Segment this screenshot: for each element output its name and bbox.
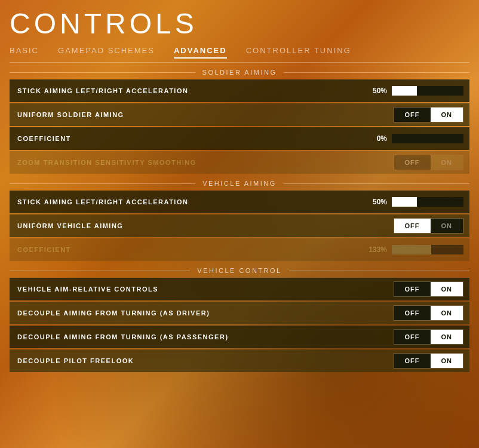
decouple-driver-label: DECOUPLE AIMING FROM TURNING (AS DRIVER): [17, 309, 394, 317]
coefficient-vehicle-value: 133%: [364, 246, 387, 254]
toggle-off-decouple-pilot[interactable]: OFF: [394, 354, 431, 368]
row-decouple-pilot: DECOUPLE PILOT FREELOOK OFF ON: [10, 349, 469, 372]
uniform-vehicle-aiming-label: UNIFORM VEHICLE AIMING: [17, 222, 394, 229]
toggle-on-uniform-vehicle[interactable]: ON: [431, 219, 463, 233]
stick-aiming-lr-soldier-label: STICK AIMING LEFT/RIGHT ACCELERATION: [17, 87, 364, 94]
toggle-on-decouple-passenger[interactable]: ON: [431, 330, 463, 344]
row-vehicle-aim-relative: VEHICLE AIM-RELATIVE CONTROLS OFF ON: [10, 278, 469, 300]
stick-aiming-lr-vehicle-label: STICK AIMING LEFT/RIGHT ACCELERATION: [17, 198, 364, 205]
vehicle-aiming-label: VEHICLE AIMING: [202, 180, 277, 187]
row-coefficient-soldier: COEFFICIENT 0%: [10, 127, 469, 150]
vehicle-aim-relative-label: VEHICLE AIM-RELATIVE CONTROLS: [17, 286, 394, 293]
toggle-on-zoom[interactable]: ON: [431, 155, 463, 170]
page-title: CONTROLS: [10, 7, 469, 40]
soldier-aiming-section-header: SOLDIER AIMING: [10, 69, 469, 76]
tab-basic[interactable]: BASIC: [10, 46, 39, 59]
toggle-off-uniform-vehicle[interactable]: OFF: [394, 219, 431, 233]
toggle-on-decouple-driver[interactable]: ON: [431, 306, 463, 320]
slider-fill-coeff-v: [392, 245, 431, 254]
section-line-right: [284, 72, 469, 73]
section-line-left-vc: [10, 271, 190, 271]
slider-fill-va: [392, 197, 417, 207]
slider-track-va[interactable]: [392, 197, 463, 207]
row-uniform-vehicle-aiming: UNIFORM VEHICLE AIMING OFF ON: [10, 214, 469, 237]
decouple-pilot-label: DECOUPLE PILOT FREELOOK: [17, 357, 394, 364]
slider-fill: [392, 86, 417, 96]
row-coefficient-vehicle: COEFFICIENT 133%: [10, 238, 469, 261]
row-stick-aiming-lr-vehicle: STICK AIMING LEFT/RIGHT ACCELERATION 50%: [10, 191, 469, 213]
slider-track-coeff[interactable]: [392, 134, 463, 143]
coefficient-vehicle-label: COEFFICIENT: [17, 246, 364, 253]
vehicle-aiming-section-header: VEHICLE AIMING: [10, 180, 469, 187]
row-decouple-driver: DECOUPLE AIMING FROM TURNING (AS DRIVER)…: [10, 302, 469, 324]
stick-aiming-lr-soldier-value: 50%: [364, 87, 387, 95]
decouple-passenger-toggle[interactable]: OFF ON: [394, 329, 464, 345]
toggle-off-decouple-passenger[interactable]: OFF: [394, 330, 431, 344]
toggle-on-uniform-soldier[interactable]: ON: [431, 108, 463, 122]
decouple-passenger-label: DECOUPLE AIMING FROM TURNING (AS PASSENG…: [17, 333, 394, 340]
stick-aiming-lr-soldier-slider[interactable]: 50%: [364, 86, 463, 96]
vehicle-control-section-header: VEHICLE CONTROL: [10, 267, 469, 274]
coefficient-soldier-label: COEFFICIENT: [17, 135, 364, 142]
toggle-on-aim-relative[interactable]: ON: [431, 282, 463, 296]
section-line-left-va: [10, 183, 195, 184]
soldier-aiming-label: SOLDIER AIMING: [202, 69, 277, 76]
toggle-off-zoom[interactable]: OFF: [394, 155, 431, 170]
tab-controller-tuning[interactable]: CONTROLLER TUNING: [246, 46, 351, 59]
slider-track-coeff-v[interactable]: [392, 245, 463, 254]
row-uniform-soldier-aiming: UNIFORM SOLDIER AIMING OFF ON: [10, 103, 469, 126]
uniform-vehicle-aiming-toggle[interactable]: OFF ON: [394, 218, 464, 234]
row-stick-aiming-lr-soldier: STICK AIMING LEFT/RIGHT ACCELERATION 50%: [10, 79, 469, 102]
section-line-right-vc: [289, 271, 469, 271]
decouple-driver-toggle[interactable]: OFF ON: [394, 305, 464, 321]
uniform-soldier-aiming-label: UNIFORM SOLDIER AIMING: [17, 111, 394, 118]
section-line-right-va: [284, 183, 469, 184]
slider-track[interactable]: [392, 86, 463, 96]
vehicle-control-label: VEHICLE CONTROL: [197, 267, 281, 274]
coefficient-soldier-slider[interactable]: 0%: [364, 134, 463, 143]
section-line-left: [10, 72, 195, 73]
coefficient-vehicle-slider[interactable]: 133%: [364, 245, 463, 254]
toggle-off-decouple-driver[interactable]: OFF: [394, 306, 431, 320]
zoom-transition-label: ZOOM TRANSITION SENSITIVITY SMOOTHING: [17, 159, 394, 166]
toggle-off-aim-relative[interactable]: OFF: [394, 282, 431, 296]
uniform-soldier-aiming-toggle[interactable]: OFF ON: [394, 107, 464, 122]
toggle-off-uniform-soldier[interactable]: OFF: [394, 108, 431, 122]
decouple-pilot-toggle[interactable]: OFF ON: [394, 353, 464, 369]
stick-aiming-lr-vehicle-slider[interactable]: 50%: [364, 197, 463, 207]
vehicle-aim-relative-toggle[interactable]: OFF ON: [394, 281, 464, 297]
coefficient-soldier-value: 0%: [364, 134, 387, 143]
zoom-transition-toggle[interactable]: OFF ON: [394, 155, 464, 170]
row-zoom-transition: ZOOM TRANSITION SENSITIVITY SMOOTHING OF…: [10, 151, 469, 174]
row-decouple-passenger: DECOUPLE AIMING FROM TURNING (AS PASSENG…: [10, 326, 469, 348]
toggle-on-decouple-pilot[interactable]: ON: [431, 354, 463, 368]
nav-tabs: BASIC GAMEPAD SCHEMES ADVANCED CONTROLLE…: [10, 46, 469, 63]
tab-advanced[interactable]: ADVANCED: [174, 46, 227, 59]
tab-gamepad-schemes[interactable]: GAMEPAD SCHEMES: [58, 46, 155, 59]
stick-aiming-lr-vehicle-value: 50%: [364, 198, 387, 206]
